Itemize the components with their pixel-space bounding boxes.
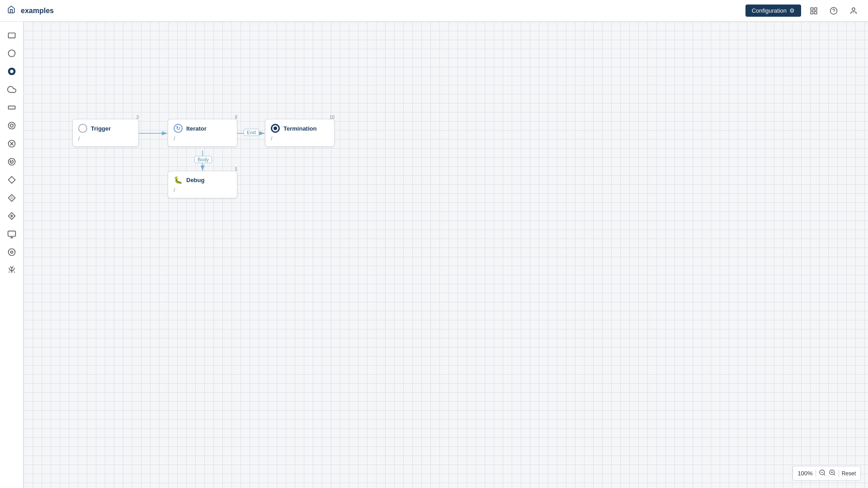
termination-node-sub: / (271, 136, 272, 142)
body-edge-label: Body (194, 156, 212, 163)
sidebar-item-loop[interactable] (4, 154, 20, 170)
iterator-node-sub: / (174, 136, 175, 142)
sidebar-item-process[interactable] (4, 99, 20, 116)
sidebar-item-plus-diamond[interactable] (4, 208, 20, 224)
trigger-badge: 3 (136, 115, 139, 120)
connectors-svg (24, 22, 868, 488)
sidebar-item-cross[interactable] (4, 136, 20, 152)
iterator-node-label: Iterator (186, 125, 207, 132)
svg-rect-1 (815, 8, 817, 10)
svg-rect-12 (8, 106, 15, 109)
sidebar-item-circle[interactable] (4, 45, 20, 61)
svg-marker-19 (8, 177, 15, 183)
iterator-node-body: / (168, 136, 237, 146)
sidebar-item-diamond1[interactable] (4, 172, 20, 188)
debug-node-icon: 🐛 (174, 176, 183, 184)
sidebar-item-rectangle[interactable] (4, 27, 20, 43)
end-edge-label: End (244, 129, 259, 136)
sidebar-item-cloud[interactable] (4, 81, 20, 98)
svg-point-28 (8, 249, 15, 256)
zoom-reset-button[interactable]: Reset (842, 470, 856, 477)
trigger-node-sub: / (78, 136, 80, 142)
topbar: examples Configuration ⚙ (0, 0, 868, 22)
debug-node-label: Debug (186, 177, 204, 183)
svg-marker-21 (9, 196, 13, 200)
debug-node-sub: / (174, 187, 175, 193)
svg-rect-25 (8, 231, 15, 236)
user-icon[interactable] (846, 4, 861, 18)
svg-point-6 (852, 8, 855, 10)
trigger-node-icon (78, 124, 87, 133)
app-title: examples (21, 7, 54, 15)
iterator-badge: 8 (235, 115, 237, 120)
debug-node-header: 🐛 Debug (168, 171, 237, 187)
trigger-node-body: / (73, 136, 138, 146)
debug-node-body: / (168, 187, 237, 198)
sidebar-item-bug[interactable] (4, 262, 20, 278)
flow-canvas[interactable]: End Body 3 Trigger / 8 Iterator / 10 Ter… (24, 22, 868, 488)
sidebar-item-filled-circle[interactable] (4, 63, 20, 80)
zoom-divider2 (839, 470, 839, 477)
svg-line-35 (824, 474, 825, 475)
debug-badge: 5 (235, 167, 237, 172)
zoom-in-button[interactable] (829, 469, 836, 478)
svg-rect-3 (815, 11, 817, 14)
termination-node-label: Termination (283, 125, 316, 132)
debug-node[interactable]: 5 🐛 Debug / (168, 171, 237, 198)
zoom-out-button[interactable] (819, 469, 826, 478)
termination-node-header: Termination (265, 119, 334, 136)
svg-point-13 (8, 122, 15, 129)
zoom-controls: 100% Reset (793, 466, 861, 481)
svg-point-14 (10, 124, 13, 127)
home-icon[interactable] (7, 5, 15, 16)
trigger-node-label: Trigger (91, 125, 111, 132)
sidebar-item-diamond2[interactable] (4, 190, 20, 206)
iterator-node[interactable]: 8 Iterator / (168, 119, 237, 147)
trigger-node[interactable]: 3 Trigger / (72, 119, 139, 147)
grid-icon[interactable] (807, 4, 821, 18)
config-gear-icon: ⚙ (789, 7, 795, 14)
svg-point-10 (9, 70, 13, 73)
svg-rect-0 (811, 8, 813, 10)
svg-rect-2 (811, 11, 813, 14)
sidebar (0, 22, 24, 488)
svg-rect-7 (8, 33, 15, 38)
iterator-node-header: Iterator (168, 119, 237, 136)
zoom-level: 100% (797, 470, 812, 477)
sidebar-item-trigger[interactable] (4, 117, 20, 134)
trigger-node-header: Trigger (73, 119, 138, 136)
svg-line-38 (834, 474, 835, 475)
svg-point-29 (10, 251, 13, 253)
configuration-label: Configuration (752, 7, 787, 14)
svg-point-8 (8, 50, 15, 57)
sidebar-item-display[interactable] (4, 226, 20, 242)
help-topbar-icon[interactable] (826, 4, 841, 18)
termination-node-body: / (265, 136, 334, 146)
topbar-right: Configuration ⚙ (745, 4, 861, 18)
termination-badge: 10 (330, 115, 335, 120)
iterator-node-icon (174, 124, 183, 133)
sidebar-item-settings-circle[interactable] (4, 244, 20, 260)
zoom-divider (816, 470, 816, 477)
termination-node[interactable]: 10 Termination / (265, 119, 335, 147)
configuration-button[interactable]: Configuration ⚙ (745, 5, 801, 17)
termination-node-icon (271, 124, 280, 133)
